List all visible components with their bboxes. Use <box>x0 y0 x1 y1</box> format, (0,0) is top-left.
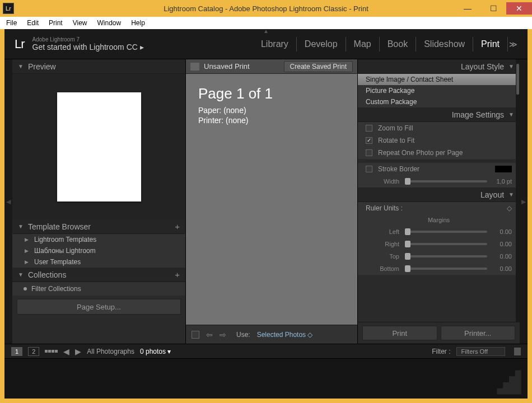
image-settings-header[interactable]: Image Settings ▼ <box>358 107 520 122</box>
width-value[interactable]: 1,0 pt <box>493 178 512 185</box>
template-header[interactable]: ▼ Template Browser + <box>12 219 185 234</box>
module-map[interactable]: Map <box>346 37 380 51</box>
slider-thumb[interactable] <box>405 265 410 272</box>
center-panel: Unsaved Print Create Saved Print Page 1 … <box>186 59 357 344</box>
margin-bottom-value[interactable]: 0.00 <box>493 265 512 272</box>
style-custom-package[interactable]: Custom Package <box>358 96 520 107</box>
module-more-icon[interactable]: ≫ <box>508 40 517 49</box>
module-develop[interactable]: Develop <box>297 37 346 51</box>
next-page-button[interactable]: ⇨ <box>220 330 226 339</box>
add-collection-button[interactable]: + <box>175 270 180 279</box>
margin-left-label: Left <box>366 228 399 235</box>
right-panel: Layout Style ▼ Single Image / Contact Sh… <box>357 59 520 344</box>
margin-top-value[interactable]: 0.00 <box>493 253 512 260</box>
print-button[interactable]: Print <box>362 326 437 340</box>
margin-right-label: Right <box>366 241 399 247</box>
add-template-button[interactable]: + <box>175 222 180 231</box>
chevron-right-icon: ▶ <box>25 237 29 242</box>
width-slider[interactable] <box>405 180 487 182</box>
preview-header[interactable]: ▼ Preview <box>12 59 185 74</box>
printer-button[interactable]: Printer... <box>441 326 516 340</box>
secondary-window-button[interactable]: 2 <box>28 347 39 356</box>
margin-left-value[interactable]: 0.00 <box>493 228 512 235</box>
print-canvas[interactable]: Page 1 of 1 Paper: (none) Printer: (none… <box>186 74 357 325</box>
menubar: File Edit Print View Window Help <box>0 17 532 29</box>
margin-right-row: Right0.00 <box>358 238 520 250</box>
module-book[interactable]: Book <box>380 37 416 51</box>
template-label: Lightroom Templates <box>34 236 96 243</box>
source-label[interactable]: All Photographs <box>87 348 134 355</box>
scrollbar-track[interactable] <box>516 59 520 322</box>
zoom-to-fill-row[interactable]: Zoom to Fill <box>358 122 520 134</box>
margin-top-slider[interactable] <box>405 255 487 257</box>
collections-header[interactable]: ▼ Collections + <box>12 268 185 282</box>
template-folder[interactable]: ▶User Templates <box>12 256 185 268</box>
ruler-units-row[interactable]: Ruler Units : ◇ <box>358 202 520 214</box>
stroke-width-row: Width 1,0 pt <box>358 175 520 188</box>
menu-view[interactable]: View <box>68 18 92 28</box>
chevron-down-icon: ▼ <box>18 271 24 278</box>
slider-thumb[interactable] <box>405 178 410 185</box>
module-library[interactable]: Library <box>253 37 297 51</box>
print-job-title: Unsaved Print <box>204 62 250 71</box>
page-setup-button[interactable]: Page Setup... <box>17 299 181 315</box>
filter-collections-input[interactable]: Filter Collections <box>12 282 185 296</box>
main-window-button[interactable]: 1 <box>11 347 22 356</box>
identity-plate[interactable]: Adobe Lightroom 7 Get started with Light… <box>32 36 144 51</box>
scrollbar-thumb[interactable] <box>516 64 519 95</box>
checkbox[interactable] <box>366 125 372 132</box>
lr-logo: Lr <box>15 37 25 51</box>
chevron-down-icon: ▼ <box>508 63 514 69</box>
template-folder[interactable]: ▶Lightroom Templates <box>12 234 185 245</box>
layout-style-header[interactable]: Layout Style ▼ <box>358 59 520 74</box>
filter-lock-icon[interactable] <box>514 348 521 355</box>
rotate-to-fit-row[interactable]: Rotate to Fit <box>358 134 520 147</box>
menu-window[interactable]: Window <box>93 18 126 28</box>
collapse-top-icon[interactable]: ▲ <box>263 28 269 34</box>
right-panel-toggle[interactable]: ▶ <box>520 59 528 344</box>
repeat-photo-row[interactable]: Repeat One Photo per Page <box>358 147 520 159</box>
slider-thumb[interactable] <box>405 228 410 235</box>
menu-file[interactable]: File <box>2 18 21 28</box>
style-single-image[interactable]: Single Image / Contact Sheet <box>358 74 520 85</box>
menu-edit[interactable]: Edit <box>22 18 43 28</box>
filter-select[interactable]: Filters Off <box>456 347 505 356</box>
use-select[interactable]: Selected Photos ◇ <box>257 331 313 339</box>
create-saved-print-button[interactable]: Create Saved Print <box>284 61 353 72</box>
nav-back-button[interactable]: ◀ <box>63 347 69 356</box>
nav-forward-button[interactable]: ▶ <box>75 347 81 356</box>
margin-right-slider[interactable] <box>405 243 487 245</box>
ruler-units-value-icon[interactable]: ◇ <box>507 204 512 212</box>
close-button[interactable]: ✕ <box>506 2 532 15</box>
style-picture-package[interactable]: Picture Package <box>358 85 520 96</box>
menu-print[interactable]: Print <box>44 18 67 28</box>
photo-count[interactable]: 0 photos ▾ <box>140 348 171 355</box>
slider-thumb[interactable] <box>405 253 410 260</box>
margin-bottom-slider[interactable] <box>405 268 487 270</box>
minimize-button[interactable]: — <box>455 2 480 15</box>
layout-header[interactable]: Layout ▼ <box>358 188 520 202</box>
checkbox[interactable] <box>366 149 372 156</box>
module-print[interactable]: Print <box>473 37 508 51</box>
menu-help[interactable]: Help <box>127 18 150 28</box>
module-slideshow[interactable]: Slideshow <box>416 37 473 51</box>
paper-info: Paper: (none) <box>198 106 345 115</box>
checkbox[interactable] <box>366 137 372 144</box>
checkbox[interactable] <box>366 166 372 172</box>
slider-thumb[interactable] <box>405 241 410 247</box>
window-title: Lightroom Catalog - Adobe Photoshop Ligh… <box>0 4 532 13</box>
margin-left-slider[interactable] <box>405 231 487 233</box>
margin-bottom-row: Bottom0.00 <box>358 263 520 275</box>
stroke-border-row[interactable]: Stroke Border <box>358 163 520 175</box>
prev-page-button[interactable]: ⇦ <box>206 330 213 339</box>
select-all-checkbox[interactable] <box>192 331 199 339</box>
grid-icon[interactable] <box>45 350 58 353</box>
left-panel-toggle[interactable]: ◀ <box>4 59 12 344</box>
filmstrip[interactable] <box>4 358 528 399</box>
template-folder[interactable]: ▶Шаблоны Lightroom <box>12 245 185 256</box>
stroke-color-swatch[interactable] <box>495 166 512 172</box>
search-icon <box>24 287 27 290</box>
image-settings-title: Image Settings <box>452 110 504 119</box>
maximize-button[interactable]: ☐ <box>480 2 506 15</box>
margin-right-value[interactable]: 0.00 <box>493 241 512 247</box>
